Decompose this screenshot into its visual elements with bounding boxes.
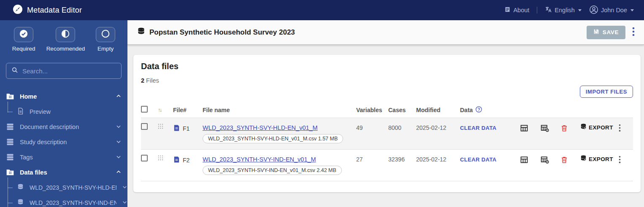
metadata-filters: Required Recommended Empty [0, 20, 127, 52]
sidebar-item-file-ind[interactable]: WLD_2023_SYNTH-SVY-IND-EN_v01_ [0, 195, 127, 207]
filter-empty[interactable]: Empty [96, 27, 115, 52]
folder-icon [6, 168, 14, 177]
row-kebab-menu[interactable] [618, 123, 622, 134]
clear-data-link[interactable]: CLEAR DATA [460, 125, 497, 131]
nav-divider [537, 7, 537, 13]
chevron-down-icon [116, 154, 122, 161]
chevron-up-icon [116, 93, 122, 100]
app-logo-icon [13, 4, 23, 16]
file-number: F1 [183, 125, 189, 132]
database-icon [17, 199, 24, 207]
sidebar-item-preview[interactable]: Preview [0, 104, 127, 119]
save-icon [593, 29, 599, 36]
about-icon [504, 6, 511, 14]
app-title: Metadata Editor [27, 6, 82, 15]
top-navbar: Metadata Editor About English John Doe [0, 0, 644, 20]
avatar-icon [589, 5, 598, 16]
app-brand[interactable]: Metadata Editor [13, 4, 82, 16]
save-button[interactable]: SAVE [587, 26, 625, 39]
drag-handle-icon[interactable] [158, 155, 173, 162]
sidebar-item-home[interactable]: Home [0, 89, 127, 104]
file-count: 2 Files [141, 77, 633, 84]
column-data: Data [460, 107, 473, 113]
file-name-link[interactable]: WLD_2023_SYNTH-SVY-IND-EN_v01_M [203, 156, 316, 163]
chevron-down-icon [122, 184, 127, 191]
folder-icon [6, 92, 14, 102]
contrast-circle-icon [61, 29, 70, 40]
database-icon [17, 183, 24, 192]
row-kebab-menu[interactable] [618, 155, 622, 166]
chevron-down-icon [630, 9, 634, 11]
sidebar-search [6, 63, 122, 79]
column-cases: Cases [388, 107, 416, 113]
sidebar-item-data-files[interactable]: Data files [0, 165, 127, 180]
row-checkbox[interactable] [141, 123, 148, 130]
drag-handle-icon[interactable] [158, 123, 173, 131]
home-children: Preview [0, 104, 127, 119]
modified-date: 2025-02-12 [416, 155, 460, 163]
export-database-icon [580, 123, 587, 132]
about-link[interactable]: About [504, 6, 529, 14]
modified-date: 2025-02-12 [416, 123, 460, 131]
data-files-table: ↑↓ File# File name Variables Cases Modif… [141, 102, 633, 181]
sidebar-item-file-hld[interactable]: WLD_2023_SYNTH-SVY-HLD-EN_v01_ [0, 180, 127, 195]
data-files-card: Data files 2 Files IMPORT FILES ↑↓ File#… [133, 55, 641, 192]
file-chip: WLD_2023_SYNTH-SVY-HLD-EN_v01_M.csv 1.57… [203, 134, 343, 143]
sidebar: Required Recommended Empty Home [0, 20, 127, 207]
filter-required[interactable]: Required [12, 27, 35, 52]
sidebar-item-study-description[interactable]: Study description [0, 134, 127, 150]
chevron-down-icon [578, 9, 582, 11]
column-variables: Variables [356, 107, 388, 113]
view-data-button[interactable] [519, 123, 529, 134]
document-icon [17, 108, 24, 116]
variables-count: 49 [356, 123, 388, 131]
variables-count: 27 [356, 155, 388, 163]
main-content: Data files 2 Files IMPORT FILES ↑↓ File#… [127, 46, 644, 207]
card-title: Data files [141, 62, 633, 71]
user-name: John Doe [601, 7, 627, 13]
column-file-name: File name [203, 107, 356, 113]
chevron-up-icon [116, 169, 122, 176]
file-name-link[interactable]: WLD_2023_SYNTH-SVY-HLD-EN_v01_M [203, 124, 318, 131]
search-input[interactable] [22, 67, 116, 75]
data-settings-button[interactable] [539, 123, 550, 134]
table-header-row: ↑↓ File# File name Variables Cases Modif… [141, 102, 633, 118]
translate-icon [545, 6, 552, 14]
sidebar-item-document-description[interactable]: Document description [0, 119, 127, 134]
header-kebab-menu[interactable] [631, 26, 636, 38]
user-menu[interactable]: John Doe [589, 5, 634, 16]
import-files-button[interactable]: IMPORT FILES [580, 86, 633, 98]
select-all-checkbox[interactable] [141, 106, 148, 113]
database-icon [137, 27, 146, 38]
export-database-icon [580, 155, 587, 163]
clear-data-link[interactable]: CLEAR DATA [460, 156, 497, 163]
help-icon[interactable] [475, 106, 482, 114]
stack-icon [6, 122, 14, 132]
data-files-children: WLD_2023_SYNTH-SVY-HLD-EN_v01_ WLD_2023_… [0, 180, 127, 207]
stack-icon [6, 137, 14, 147]
table-row: F2 WLD_2023_SYNTH-SVY-IND-EN_v01_M WLD_2… [141, 150, 633, 181]
chevron-down-icon [122, 199, 127, 206]
column-file-no: File# [173, 107, 203, 113]
language-menu[interactable]: English [545, 6, 582, 14]
sidebar-nav-tree: Home Preview Document description [0, 89, 127, 207]
cases-count: 8000 [388, 123, 416, 131]
project-header-bar: Popstan Synthetic Household Survey 2023 … [127, 20, 644, 45]
export-button[interactable]: EXPORT [580, 123, 613, 132]
sort-icon[interactable]: ↑↓ [158, 107, 173, 113]
file-icon [173, 156, 180, 164]
column-modified: Modified [416, 107, 460, 113]
row-checkbox[interactable] [141, 155, 148, 161]
chevron-down-icon [116, 139, 122, 146]
view-data-button[interactable] [519, 155, 529, 166]
file-number: F2 [183, 157, 189, 164]
export-button[interactable]: EXPORT [580, 155, 613, 163]
file-icon [173, 124, 180, 133]
filter-recommended[interactable]: Recommended [46, 27, 85, 52]
delete-button[interactable] [560, 155, 569, 166]
stack-icon [6, 153, 14, 162]
sidebar-item-tags[interactable]: Tags [0, 150, 127, 165]
delete-button[interactable] [560, 123, 569, 134]
cases-count: 32396 [388, 155, 416, 163]
data-settings-button[interactable] [539, 155, 550, 166]
